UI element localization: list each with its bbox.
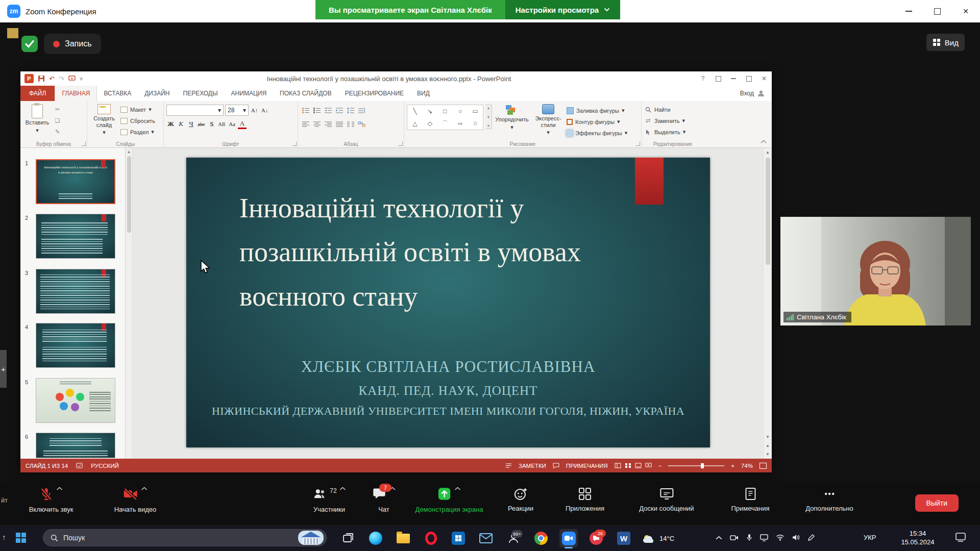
slide-thumbnail-4[interactable] xyxy=(36,323,115,368)
change-case-button[interactable]: Аа xyxy=(228,119,236,129)
columns-icon[interactable] xyxy=(346,119,355,129)
bullets-icon[interactable] xyxy=(301,106,310,115)
slide-thumbnail-5[interactable] xyxy=(36,378,115,423)
font-dialog-launcher[interactable] xyxy=(292,142,297,146)
chat-button[interactable]: 7 Чат xyxy=(372,487,396,513)
character-spacing-button[interactable]: АВ xyxy=(217,119,226,129)
notification-center-button[interactable] xyxy=(955,533,966,544)
find-button[interactable]: Найти xyxy=(644,105,685,114)
layout-button[interactable]: Макет▾ xyxy=(120,105,155,114)
redo-icon[interactable]: ↷ xyxy=(59,75,64,83)
task-view-button[interactable] xyxy=(339,529,357,547)
tray-display-icon[interactable] xyxy=(760,534,768,541)
comments-toggle[interactable]: ПРИМЕЧАНИЯ xyxy=(566,463,608,469)
panel-scroll-thumb[interactable] xyxy=(127,156,131,233)
shapes-scroll-down-icon[interactable]: ▼ xyxy=(487,115,491,119)
zoom-out-button[interactable]: − xyxy=(658,463,662,469)
shape-arc-icon[interactable]: ⌒ xyxy=(442,119,448,128)
strikethrough-button[interactable]: abc xyxy=(197,119,206,129)
more-button[interactable]: Дополнительно xyxy=(805,487,853,512)
shapes-gallery-more-icon[interactable]: ▼ xyxy=(487,124,491,128)
tray-pen-icon[interactable] xyxy=(807,534,815,541)
taskbar-app-word[interactable]: W xyxy=(615,529,633,547)
taskbar-app-people[interactable]: 99+ xyxy=(504,529,523,547)
notes-button[interactable]: Примечания xyxy=(731,487,769,512)
taskbar-app-mail[interactable] xyxy=(477,529,495,547)
align-center-icon[interactable] xyxy=(312,119,322,129)
tray-camera-icon[interactable] xyxy=(730,534,739,541)
normal-view-icon[interactable] xyxy=(615,463,621,468)
close-button[interactable]: ✕ xyxy=(951,0,980,22)
slide-thumbnail-6[interactable] xyxy=(36,433,115,458)
slide-canvas[interactable]: Інноваційні технології у позашкільній ос… xyxy=(186,158,710,447)
underline-button[interactable]: Ч xyxy=(187,119,195,129)
reset-button[interactable]: Сбросить xyxy=(120,116,155,126)
slide-scrollbar[interactable]: ▲ ▼ ▲ ▼ xyxy=(763,148,772,459)
taskbar-app-chrome[interactable] xyxy=(532,529,550,547)
arrange-button[interactable]: Упорядочить ▾ xyxy=(494,103,530,140)
tray-mic-icon[interactable] xyxy=(746,534,752,541)
tab-insert[interactable]: ВСТАВКА xyxy=(97,86,138,101)
participant-video-tile[interactable]: Світлана Хлєбік xyxy=(780,217,971,325)
share-screen-button[interactable]: Демонстрация экрана xyxy=(415,487,483,513)
taskbar-search-input[interactable]: Пошук xyxy=(43,529,327,546)
next-slide-button[interactable]: ▼ xyxy=(764,450,772,459)
video-options-chevron-icon[interactable] xyxy=(141,487,148,490)
whiteboards-button[interactable]: Доски сообщений xyxy=(639,487,694,512)
scroll-down-icon[interactable]: ▼ xyxy=(764,433,772,441)
taskbar-app-file-explorer[interactable] xyxy=(394,529,412,547)
undo-icon[interactable]: ↶ xyxy=(49,75,55,83)
section-button[interactable]: Раздел▾ xyxy=(120,127,155,137)
tray-wifi-icon[interactable] xyxy=(776,534,785,541)
copy-button[interactable]: ❏ xyxy=(54,116,61,126)
reactions-button[interactable]: Реакции xyxy=(508,487,533,512)
ppt-minimize-button[interactable] xyxy=(726,71,741,86)
taskbar-clock[interactable]: 15:34 15.05.2024 xyxy=(890,530,945,547)
tab-slideshow[interactable]: ПОКАЗ СЛАЙДОВ xyxy=(273,86,338,101)
text-direction-icon[interactable] xyxy=(357,106,366,115)
taskbar-app-opera[interactable] xyxy=(422,529,440,547)
sign-in-button[interactable]: Вход xyxy=(740,86,772,101)
taskbar-app-edge[interactable] xyxy=(366,529,385,547)
text-shadow-button[interactable]: S xyxy=(207,119,216,129)
start-video-button[interactable]: Начать видео xyxy=(114,487,157,513)
shape-arrow-icon[interactable]: ↘ xyxy=(427,108,432,115)
previous-slide-button[interactable]: ▲ xyxy=(764,441,772,450)
new-slide-button[interactable]: Создать слайд ▾ xyxy=(90,103,118,140)
zoom-in-button[interactable]: + xyxy=(731,463,734,469)
taskbar-app-messenger[interactable]: 26 xyxy=(587,529,605,547)
slide-thumbnail-3[interactable] xyxy=(36,269,115,314)
recording-pill[interactable]: Запись xyxy=(44,34,101,54)
format-painter-button[interactable]: ✎ xyxy=(54,127,61,137)
panel-scrollbar[interactable]: ▲ xyxy=(126,148,133,459)
save-icon[interactable] xyxy=(38,75,45,82)
shapes-scroll-up-icon[interactable]: ▲ xyxy=(487,106,491,110)
ppt-ribbon-options-button[interactable] xyxy=(710,71,726,86)
slide-thumbnail-1[interactable]: Інноваційні технології у позашкільній ос… xyxy=(36,159,115,204)
replace-button[interactable]: ⇄Заменить▾ xyxy=(644,116,685,126)
drawing-dialog-launcher[interactable] xyxy=(636,142,640,146)
tab-view[interactable]: ВИД xyxy=(410,86,436,101)
scroll-thumb[interactable] xyxy=(766,158,770,265)
slide-thumbnail-2[interactable] xyxy=(36,214,115,259)
grow-font-button[interactable]: А↑ xyxy=(250,105,259,115)
maximize-button[interactable] xyxy=(923,0,951,22)
start-button[interactable] xyxy=(15,532,27,545)
scroll-up-icon[interactable]: ▲ xyxy=(764,148,772,157)
shape-fill-button[interactable]: Заливка фигуры▾ xyxy=(567,106,627,115)
tab-file[interactable]: ФАЙЛ xyxy=(20,86,55,101)
smartart-convert-icon[interactable] xyxy=(357,119,366,129)
shape-outline-button[interactable]: Контур фигуры▾ xyxy=(567,117,627,127)
keyboard-language-indicator[interactable]: УКР xyxy=(864,534,876,541)
fit-slide-to-window-button[interactable] xyxy=(760,463,767,469)
numbering-icon[interactable] xyxy=(312,106,322,115)
spellcheck-icon[interactable] xyxy=(76,463,83,469)
shapes-gallery[interactable]: ╲ ↘ □ ○ ▭ △ ◇ ⌒ ⇨ ☆ xyxy=(407,105,483,130)
shape-star-icon[interactable]: ☆ xyxy=(473,120,478,127)
tray-volume-icon[interactable] xyxy=(792,534,800,541)
security-shield-icon[interactable] xyxy=(20,35,39,53)
shapes-gallery-scroll[interactable]: ▲ ▼ ▼ xyxy=(485,105,492,129)
shape-block-arrow-icon[interactable]: ⇨ xyxy=(458,120,463,127)
view-layout-button[interactable]: Вид xyxy=(926,34,965,51)
shape-line-icon[interactable]: ╲ xyxy=(413,108,416,115)
